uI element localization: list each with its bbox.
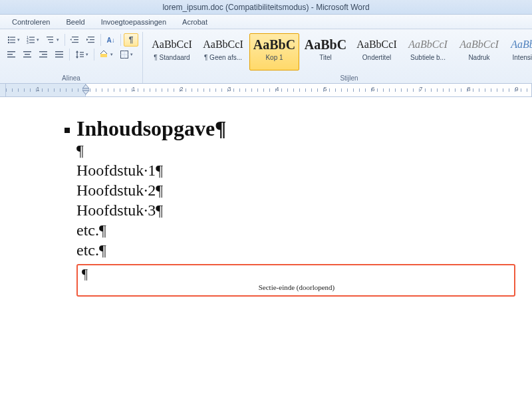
ruler-number: 2 (180, 86, 183, 92)
align-right-icon (39, 50, 48, 59)
ruler-number: 3 (227, 86, 231, 92)
show-paragraph-marks-button[interactable]: ¶ (124, 33, 138, 47)
tab-acrobat[interactable]: Acrobat (174, 15, 215, 29)
paragraph-line[interactable]: Hoofdstuk·1¶ (76, 160, 532, 180)
paragraph-text: Hoofdstuk·2 (76, 182, 156, 199)
style-label: Nadruk (455, 54, 503, 61)
svg-rect-31 (39, 57, 47, 57)
align-center-button[interactable] (20, 48, 35, 61)
style-sample: AaBbCcI (152, 37, 192, 54)
svg-rect-30 (42, 54, 47, 55)
shading-button[interactable]: ▾ (97, 48, 116, 61)
paragraph-text: Hoofdstuk·1 (76, 162, 156, 179)
document-page[interactable]: Inhoudsopgave¶ ¶ Hoofdstuk·1¶Hoofdstuk·2… (0, 97, 532, 399)
style-tile-nadruk[interactable]: AaBbCcINadruk (454, 33, 504, 70)
paragraph-line[interactable]: etc.¶ (76, 240, 532, 260)
svg-marker-18 (70, 39, 72, 41)
style-tile--geen-afs-[interactable]: AaBbCcI¶ Geen afs... (198, 33, 248, 70)
style-sample: AaBbCcI (408, 37, 448, 54)
ruler-number: 1 (132, 86, 135, 92)
multilevel-list-button[interactable]: ▾ (43, 33, 62, 47)
align-center-icon (23, 50, 32, 59)
style-tile-intensieve-[interactable]: AaBbCcIIntensieve... (505, 33, 532, 70)
pilcrow-mark: ¶ (156, 201, 163, 219)
style-label: Titel (301, 54, 350, 61)
line-spacing-button[interactable]: ▾ (72, 48, 91, 61)
svg-rect-27 (25, 54, 30, 55)
svg-rect-19 (88, 37, 94, 37)
style-tile-subtiele-b-[interactable]: AaBbCcISubtiele b... (403, 33, 453, 70)
svg-rect-25 (7, 57, 15, 57)
svg-rect-41 (100, 54, 107, 57)
style-tile--standaard[interactable]: AaBbCcI¶ Standaard (147, 33, 197, 70)
style-label: Ondertitel (352, 54, 401, 61)
ribbon: ▾ 123 ▾ ▾ A↓ ¶ (0, 29, 532, 84)
pilcrow-mark: ¶ (82, 267, 88, 281)
tab-controleren[interactable]: Controleren (4, 15, 58, 29)
paragraph-line[interactable]: Hoofdstuk·3¶ (76, 200, 532, 220)
paragraph-text: etc. (76, 221, 99, 239)
style-label: Kop 1 (250, 54, 299, 61)
svg-rect-34 (55, 57, 63, 57)
style-tile-kop-1[interactable]: AaBbCKop 1 (249, 33, 299, 70)
svg-rect-40 (80, 57, 84, 57)
svg-rect-12 (47, 37, 53, 37)
style-label: Intensieve... (506, 54, 532, 61)
decrease-indent-icon (70, 35, 79, 45)
svg-marker-45 (82, 84, 89, 88)
svg-point-4 (8, 42, 9, 43)
svg-marker-46 (82, 90, 89, 94)
svg-rect-15 (72, 37, 78, 37)
ruler-number: 7 (419, 86, 422, 92)
style-tile-titel[interactable]: AaBbCTitel (301, 33, 350, 70)
increase-indent-button[interactable] (83, 33, 98, 47)
svg-rect-26 (23, 51, 31, 52)
style-sample: AaBbC (305, 37, 346, 54)
pilcrow-icon: ¶ (129, 35, 134, 45)
svg-rect-9 (29, 39, 35, 40)
svg-rect-16 (74, 39, 78, 40)
align-right-button[interactable] (36, 48, 51, 61)
svg-rect-21 (88, 42, 94, 43)
pilcrow-mark: ¶ (76, 142, 84, 159)
tab-invoegtoepassingen[interactable]: Invoegtoepassingen (93, 15, 174, 29)
horizontal-ruler[interactable]: 1123456789 (0, 84, 532, 97)
tab-beeld[interactable]: Beeld (58, 15, 92, 29)
borders-icon (120, 50, 129, 59)
numbering-button[interactable]: 123 ▾ (24, 33, 43, 47)
borders-button[interactable]: ▾ (117, 48, 136, 61)
style-sample: AaBbCcI (356, 37, 396, 54)
pilcrow-mark: ¶ (156, 162, 163, 179)
svg-rect-42 (121, 51, 128, 59)
svg-rect-11 (29, 42, 35, 43)
align-left-button[interactable] (4, 48, 19, 61)
numbering-icon: 123 (26, 35, 35, 45)
highlighted-section-break: ¶ Sectie-einde (doorlopend) (76, 264, 515, 297)
svg-text:3: 3 (27, 41, 29, 45)
group-label-stijlen: Stijlen (143, 74, 532, 82)
justify-button[interactable] (52, 48, 66, 61)
section-break-continuous[interactable]: Sectie-einde (doorlopend) (82, 283, 511, 291)
paragraph-line[interactable]: Hoofdstuk·2¶ (76, 180, 532, 200)
ribbon-group-stijlen: AaBbCcI¶ StandaardAaBbCcI¶ Geen afs...Aa… (143, 32, 532, 83)
pilcrow-mark: ¶ (215, 117, 226, 140)
svg-rect-3 (10, 39, 15, 40)
paragraph-empty[interactable]: ¶ (76, 140, 532, 160)
decrease-indent-button[interactable] (68, 33, 82, 47)
svg-point-0 (8, 37, 9, 38)
svg-rect-1 (10, 37, 15, 37)
style-sample: AaBbCcI (460, 37, 499, 54)
style-tile-ondertitel[interactable]: AaBbCcIOndertitel (352, 33, 402, 70)
paragraph-text: etc. (76, 241, 99, 259)
svg-rect-7 (29, 37, 35, 37)
svg-rect-38 (80, 52, 84, 53)
bullets-button[interactable]: ▾ (4, 33, 23, 47)
svg-rect-23 (7, 51, 15, 52)
svg-rect-28 (23, 57, 31, 57)
heading-kop1[interactable]: Inhoudsopgave¶ (76, 117, 532, 140)
ruler-number: 8 (467, 86, 470, 92)
svg-rect-39 (80, 54, 84, 55)
indent-marker[interactable] (82, 84, 89, 95)
sort-button[interactable]: A↓ (104, 33, 118, 47)
paragraph-line[interactable]: etc.¶ (76, 220, 532, 240)
